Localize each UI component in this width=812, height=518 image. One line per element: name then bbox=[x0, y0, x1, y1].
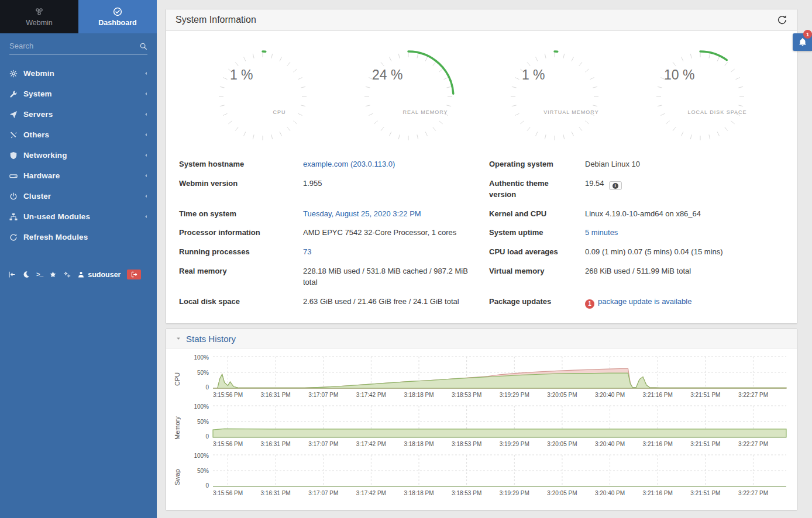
x-tick-label: 3:17:42 PM bbox=[356, 441, 386, 447]
user-menu[interactable]: sudouser bbox=[77, 271, 121, 279]
sidebar-item-label: Servers bbox=[23, 110, 143, 119]
info-value: 19.54i bbox=[585, 174, 784, 205]
sidebar-item-hardware[interactable]: Hardware bbox=[0, 165, 157, 186]
time-link[interactable]: Tuesday, August 25, 2020 3:22 PM bbox=[303, 209, 421, 218]
x-tick-label: 3:18:53 PM bbox=[452, 490, 481, 496]
y-tick-label: 0 bbox=[205, 482, 209, 489]
sidebar-bottom-bar: >_ sudouser bbox=[0, 270, 157, 279]
theme-info-badge[interactable]: i bbox=[609, 181, 622, 190]
collapse-sidebar-icon[interactable] bbox=[8, 271, 16, 278]
gauge-label: CPU bbox=[243, 109, 315, 115]
x-tick-label: 3:18:18 PM bbox=[404, 441, 433, 447]
sidebar-item-networking[interactable]: Networking bbox=[0, 145, 157, 165]
info-label: Operating system bbox=[489, 155, 585, 174]
x-tick-label: 3:15:56 PM bbox=[213, 441, 243, 447]
x-tick-label: 3:17:07 PM bbox=[308, 490, 338, 496]
stats-charts: CPU100%50%03:15:56 PM3:16:31 PM3:17:07 P… bbox=[166, 348, 797, 510]
sidebar-item-cluster[interactable]: Cluster bbox=[0, 186, 157, 206]
sidebar-menu: Webmin System Servers Others Networking … bbox=[0, 63, 157, 247]
x-tick-label: 3:20:05 PM bbox=[547, 490, 577, 496]
user-icon bbox=[77, 271, 85, 278]
x-tick-label: 3:19:29 PM bbox=[500, 441, 529, 447]
x-tick-label: 3:21:51 PM bbox=[690, 392, 720, 398]
gauge-value: 24 % bbox=[356, 67, 419, 83]
x-tick-label: 3:17:07 PM bbox=[308, 392, 338, 398]
tab-webmin-label: Webmin bbox=[26, 19, 53, 27]
x-tick-label: 3:17:42 PM bbox=[356, 392, 386, 398]
terminal-icon[interactable]: >_ bbox=[36, 271, 43, 278]
x-tick-label: 3:19:29 PM bbox=[500, 392, 529, 398]
x-tick-label: 3:22:27 PM bbox=[738, 490, 768, 496]
processes-link[interactable]: 73 bbox=[303, 247, 311, 256]
info-value: example.com (203.0.113.0) bbox=[303, 155, 489, 174]
chart-axis-title: CPU bbox=[170, 357, 185, 401]
gauge-dial bbox=[210, 44, 315, 149]
gauge-local-disk: 10 % LOCAL DISK SPACE bbox=[648, 44, 753, 149]
x-tick-label: 3:21:16 PM bbox=[643, 392, 673, 398]
sidebar: Webmin Dashboard Webmin System Servers O bbox=[0, 0, 157, 518]
theme-settings-icon[interactable] bbox=[63, 271, 71, 278]
sidebar-item-unused-modules[interactable]: Un-used Modules bbox=[0, 206, 157, 227]
x-tick-label: 3:20:40 PM bbox=[595, 441, 625, 447]
sidebar-item-label: Un-used Modules bbox=[23, 212, 143, 221]
sidebar-search bbox=[9, 42, 147, 55]
username: sudouser bbox=[88, 271, 121, 279]
x-tick-label: 3:19:29 PM bbox=[500, 490, 529, 496]
y-tick-label: 100% bbox=[194, 453, 209, 459]
info-label: CPU load averages bbox=[489, 243, 585, 262]
x-tick-label: 3:21:16 PM bbox=[643, 441, 673, 447]
sidebar-tabs: Webmin Dashboard bbox=[0, 0, 157, 33]
info-value: 1.955 bbox=[303, 174, 489, 205]
paper-plane-icon bbox=[9, 110, 23, 119]
info-value: AMD EPYC 7542 32-Core Processor, 1 cores bbox=[303, 223, 489, 243]
info-label: System uptime bbox=[489, 223, 585, 243]
tab-dashboard[interactable]: Dashboard bbox=[78, 0, 157, 33]
chart-axis-title: Memory bbox=[170, 406, 185, 450]
x-tick-label: 3:21:16 PM bbox=[643, 490, 673, 496]
night-mode-icon[interactable] bbox=[22, 271, 30, 278]
x-tick-label: 3:18:53 PM bbox=[452, 392, 481, 398]
gauge-value: 10 % bbox=[648, 67, 711, 83]
stats-history-title[interactable]: Stats History bbox=[186, 334, 236, 344]
sidebar-item-others[interactable]: Others bbox=[0, 125, 157, 145]
gauge-virtual-memory: 1 % VIRTUAL MEMORY bbox=[502, 44, 607, 149]
logout-button[interactable] bbox=[127, 270, 141, 279]
gauge-label: VIRTUAL MEMORY bbox=[535, 109, 607, 115]
caret-down-icon[interactable] bbox=[176, 336, 181, 341]
chart-x-labels: 3:15:56 PM3:16:31 PM3:17:07 PM3:17:42 PM… bbox=[213, 388, 786, 401]
system-info-table: System hostname example.com (203.0.113.0… bbox=[166, 151, 797, 323]
y-tick-label: 50% bbox=[197, 468, 209, 474]
info-value: 228.18 MiB used / 531.8 MiB cached / 987… bbox=[303, 262, 489, 292]
stats-history-header[interactable]: Stats History bbox=[166, 329, 797, 348]
info-icon: i bbox=[613, 183, 618, 189]
stats-history-panel: Stats History CPU100%50%03:15:56 PM3:16:… bbox=[166, 329, 797, 510]
uptime-link[interactable]: 5 minutes bbox=[585, 228, 618, 237]
sidebar-item-servers[interactable]: Servers bbox=[0, 104, 157, 125]
gauge-value: 1 % bbox=[210, 67, 273, 83]
notifications-badge: 1 bbox=[803, 30, 812, 39]
sidebar-item-label: Refresh Modules bbox=[23, 233, 149, 241]
chart-cpu: CPU100%50%03:15:56 PM3:16:31 PM3:17:07 P… bbox=[170, 357, 786, 401]
main-content: System Information 1 % CPU 24 % REAL MEM… bbox=[157, 0, 812, 518]
sidebar-item-system[interactable]: System bbox=[0, 84, 157, 104]
sidebar-item-label: Networking bbox=[23, 151, 143, 160]
sidebar-item-label: Webmin bbox=[23, 69, 143, 78]
search-input[interactable] bbox=[9, 42, 139, 50]
info-label: Webmin version bbox=[179, 174, 303, 205]
sidebar-item-refresh-modules[interactable]: Refresh Modules bbox=[0, 227, 157, 247]
sidebar-item-webmin[interactable]: Webmin bbox=[0, 63, 157, 84]
x-tick-label: 3:21:51 PM bbox=[690, 441, 720, 447]
power-icon bbox=[9, 192, 23, 201]
x-tick-label: 3:22:27 PM bbox=[738, 441, 768, 447]
tab-webmin[interactable]: Webmin bbox=[0, 0, 78, 33]
search-icon[interactable] bbox=[139, 42, 147, 50]
favorites-icon[interactable] bbox=[49, 271, 57, 278]
refresh-page-icon[interactable] bbox=[777, 15, 787, 25]
sidebar-item-label: Hardware bbox=[23, 171, 143, 180]
hostname-link[interactable]: example.com (203.0.113.0) bbox=[303, 160, 395, 168]
x-tick-label: 3:17:42 PM bbox=[356, 490, 386, 496]
chart-y-ticks: 100%50%0 bbox=[185, 455, 213, 486]
package-updates-link[interactable]: package update is available bbox=[598, 297, 691, 306]
chart-memory: Memory100%50%03:15:56 PM3:16:31 PM3:17:0… bbox=[170, 406, 786, 450]
notifications-button[interactable]: 1 bbox=[793, 33, 812, 51]
